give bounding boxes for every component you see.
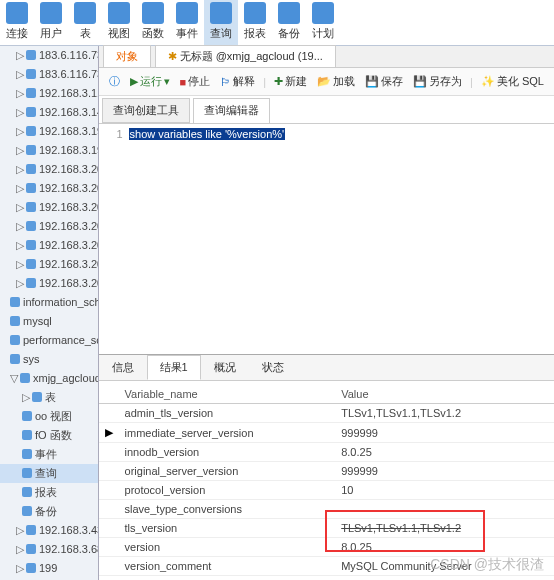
db-child-tables[interactable]: ▷表 <box>0 388 98 407</box>
table-row[interactable]: innodb_version8.0.25 <box>99 443 554 462</box>
server-183.6.116.73_68[interactable]: ▷183.6.116.73_68 <box>0 46 98 65</box>
beautify-button[interactable]: ✨美化 SQL <box>477 72 548 91</box>
node-icon <box>26 221 36 231</box>
col-Variable_name[interactable]: Variable_name <box>119 385 336 404</box>
main-tab-connect[interactable]: 连接 <box>0 0 34 45</box>
server-192.168.3.203[interactable]: ▷192.168.3.203 <box>0 217 98 236</box>
server-192.168.3.202[interactable]: ▷192.168.3.202 <box>0 198 98 217</box>
table-row[interactable]: tls_versionTLSv1,TLSv1.1,TLSv1.2 <box>99 519 554 538</box>
row-pointer <box>99 462 119 481</box>
server-192.168.3.207[interactable]: ▷192.168.3.207 <box>0 274 98 293</box>
server-192.168.3.204proxy[interactable]: ▷192.168.3.204proxy <box>0 236 98 255</box>
node-icon <box>26 525 36 535</box>
result-tab-0[interactable]: 信息 <box>99 355 147 380</box>
tree-label: oo 视图 <box>35 410 72 422</box>
node-icon <box>26 164 36 174</box>
main-tab-label: 报表 <box>244 26 266 41</box>
load-button[interactable]: 📂加载 <box>313 72 359 91</box>
row-pointer: ▶ <box>99 423 119 443</box>
caret-icon: ▽ <box>10 371 18 386</box>
main-tab-schedule[interactable]: 计划 <box>306 0 340 45</box>
users-icon <box>40 2 62 24</box>
server-192.168.3.11[interactable]: ▷192.168.3.11 <box>0 84 98 103</box>
tab-query-untitled[interactable]: ✱ 无标题 @xmjg_agcloud (19... <box>155 45 336 67</box>
result-tab-3[interactable]: 状态 <box>249 355 297 380</box>
caret-icon: ▷ <box>16 143 24 158</box>
run-button[interactable]: ▶运行 ▾ <box>126 72 174 91</box>
table-row[interactable]: slave_type_conversions <box>99 500 554 519</box>
new-label: 新建 <box>285 74 307 89</box>
database-sys[interactable]: sys <box>0 350 98 369</box>
main-tab-users[interactable]: 用户 <box>34 0 68 45</box>
cell-value: 8.0.25 <box>335 538 554 557</box>
row-pointer <box>99 538 119 557</box>
main-tab-query[interactable]: 查询 <box>204 0 238 45</box>
stop-button[interactable]: ■停止 <box>176 72 215 91</box>
node-icon <box>20 373 30 383</box>
tree-label: xmjg_agcloud <box>33 372 99 384</box>
cell-value: 999999 <box>335 423 554 443</box>
explain-button[interactable]: 🏳解释 <box>216 72 259 91</box>
tree-label: 183.6.116.73_8002 <box>39 68 99 80</box>
db-child-events[interactable]: 事件 <box>0 445 98 464</box>
tree-label: 查询 <box>35 467 57 479</box>
server-192.168.3.43[interactable]: ▷192.168.3.43 <box>0 521 98 540</box>
tab-query-editor[interactable]: 查询编辑器 <box>193 98 270 123</box>
tab-objects[interactable]: 对象 <box>103 45 151 67</box>
result-tab-1[interactable]: 结果1 <box>147 355 201 380</box>
result-header-row: Variable_nameValue <box>99 385 554 404</box>
database-information_schema[interactable]: information_schema <box>0 293 98 312</box>
tree-label: 192.168.3.199_1 <box>39 125 99 137</box>
tab-query-builder[interactable]: 查询创建工具 <box>102 98 190 123</box>
col-Value[interactable]: Value <box>335 385 554 404</box>
server-192.168.3.200[interactable]: ▷192.168.3.200 <box>0 160 98 179</box>
database-xmjg_agcloud[interactable]: ▽xmjg_agcloud <box>0 369 98 388</box>
main-tab-views[interactable]: 视图 <box>102 0 136 45</box>
result-grid[interactable]: Variable_nameValue admin_tls_versionTLSv… <box>99 381 554 580</box>
star-icon: ✱ <box>168 50 180 62</box>
server-199[interactable]: ▷199 <box>0 559 98 578</box>
saveas-button[interactable]: 💾另存为 <box>409 72 466 91</box>
db-child-views[interactable]: oo 视图 <box>0 407 98 426</box>
table-row[interactable]: admin_tls_versionTLSv1,TLSv1.1,TLSv1.2 <box>99 404 554 423</box>
server-192.168.3.68[interactable]: ▷192.168.3.68 <box>0 540 98 559</box>
sql-editor[interactable]: 1 show variables like '%version%' <box>99 124 554 354</box>
main-tab-backup[interactable]: 备份 <box>272 0 306 45</box>
query-icon <box>210 2 232 24</box>
main-tab-reports[interactable]: 报表 <box>238 0 272 45</box>
db-child-functions[interactable]: fO 函数 <box>0 426 98 445</box>
table-row[interactable]: ▶immediate_server_version999999 <box>99 423 554 443</box>
db-child-backups[interactable]: 备份 <box>0 502 98 521</box>
db-child-queries[interactable]: 查询 <box>0 464 98 483</box>
server-183.6.116.73_8002[interactable]: ▷183.6.116.73_8002 <box>0 65 98 84</box>
server-192.168.3.199_2[interactable]: ▷192.168.3.199_2 <box>0 141 98 160</box>
database-performance_schema[interactable]: performance_schema <box>0 331 98 350</box>
result-tab-2[interactable]: 概况 <box>201 355 249 380</box>
server-192.168.3.206[interactable]: ▷192.168.3.206 <box>0 255 98 274</box>
new-button[interactable]: ✚新建 <box>270 72 311 91</box>
table-row[interactable]: protocol_version10 <box>99 481 554 500</box>
main-tab-tables[interactable]: 表 <box>68 0 102 45</box>
main-tab-functions[interactable]: 函数 <box>136 0 170 45</box>
database-mysql[interactable]: mysql <box>0 312 98 331</box>
info-button[interactable]: ⓘ <box>105 72 124 91</box>
server-192.168.3.143[interactable]: ▷192.168.3.143 <box>0 103 98 122</box>
server-192.168.3.201[interactable]: ▷192.168.3.201 <box>0 179 98 198</box>
save-icon: 💾 <box>365 75 379 88</box>
table-row[interactable]: version_compile_machinex86_64 <box>99 576 554 581</box>
server-192.168.3.199_1[interactable]: ▷192.168.3.199_1 <box>0 122 98 141</box>
editor-tabbar: 对象 ✱ 无标题 @xmjg_agcloud (19... <box>99 46 554 68</box>
table-row[interactable]: original_server_version999999 <box>99 462 554 481</box>
connection-tree: ▷183.6.116.73_68▷183.6.116.73_8002▷192.1… <box>0 46 99 580</box>
save-button[interactable]: 💾保存 <box>361 72 407 91</box>
tree-label: 192.168.3.68 <box>39 543 99 555</box>
table-row[interactable]: version8.0.25 <box>99 538 554 557</box>
stop-icon: ■ <box>180 76 187 88</box>
tree-label: sys <box>23 353 40 365</box>
saveas-icon: 💾 <box>413 75 427 88</box>
db-child-reports[interactable]: 报表 <box>0 483 98 502</box>
node-icon <box>26 183 36 193</box>
main-tab-events[interactable]: 事件 <box>170 0 204 45</box>
row-pointer <box>99 481 119 500</box>
cell-name: immediate_server_version <box>119 423 336 443</box>
